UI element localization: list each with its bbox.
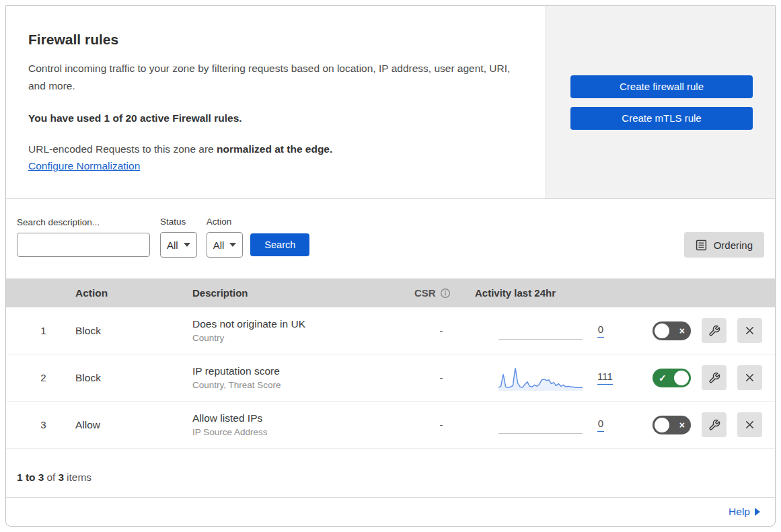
search-input-wrapper <box>17 233 150 257</box>
normalization-text: URL-encoded Requests to this zone are <box>28 143 214 155</box>
wrench-icon <box>708 325 720 337</box>
help-bar: Help <box>6 497 775 526</box>
rule-csr: - <box>408 325 475 336</box>
create-mtls-rule-button[interactable]: Create mTLS rule <box>570 107 753 130</box>
toggle-knob <box>655 324 669 338</box>
close-icon <box>744 372 755 383</box>
toggle-knob <box>655 418 669 432</box>
rule-index: 3 <box>6 419 70 430</box>
rule-activity-cell: 111 <box>475 365 640 391</box>
page-title: Firewall rules <box>28 32 519 48</box>
status-select[interactable]: All <box>160 232 197 258</box>
status-selected-value: All <box>167 239 178 251</box>
normalization-bold: normalized at the edge. <box>217 143 332 155</box>
delete-rule-button[interactable] <box>737 318 762 343</box>
table-header: Action Description CSR Activity last 24h… <box>6 278 775 307</box>
activity-sparkline <box>498 365 583 391</box>
delete-rule-button[interactable] <box>737 412 762 437</box>
rule-description: Allow listed IPs <box>192 412 408 424</box>
chevron-down-icon <box>184 243 190 247</box>
action-filter-group: Action All <box>207 217 244 258</box>
action-select[interactable]: All <box>207 232 244 258</box>
page-description: Control incoming traffic to your zone by… <box>28 60 519 96</box>
pagination-summary: 1 to 3 of 3 items <box>6 449 775 497</box>
rule-csr: - <box>408 419 475 430</box>
rule-controls: ✓ <box>640 365 775 390</box>
rule-enabled-toggle[interactable]: × <box>653 321 691 340</box>
status-filter-group: Status All <box>160 217 197 258</box>
edit-rule-button[interactable] <box>702 412 727 437</box>
rule-activity-cell: 0 <box>475 317 640 344</box>
rule-description-cell: IP reputation score Country, Threat Scor… <box>186 365 408 390</box>
rule-activity-cell: 0 <box>475 412 640 439</box>
search-label: Search description... <box>17 217 150 227</box>
rule-fields: IP Source Address <box>192 427 408 437</box>
activity-count-link[interactable]: 0 <box>597 418 604 432</box>
header-section: Firewall rules Control incoming traffic … <box>6 6 775 199</box>
create-firewall-rule-button[interactable]: Create firewall rule <box>570 75 753 98</box>
rule-csr: - <box>408 372 475 383</box>
rule-index: 2 <box>6 372 70 383</box>
rule-description-cell: Allow listed IPs IP Source Address <box>186 412 408 437</box>
ordering-label: Ordering <box>714 239 753 251</box>
rule-fields: Country, Threat Score <box>192 380 408 390</box>
close-icon <box>744 419 755 430</box>
ordering-button[interactable]: Ordering <box>684 232 764 258</box>
info-icon <box>440 288 451 299</box>
wrench-icon <box>708 372 720 384</box>
wrench-icon <box>708 419 720 431</box>
arrow-right-icon <box>755 508 760 516</box>
table-row: 2 Block IP reputation score Country, Thr… <box>6 354 775 402</box>
configure-normalization-link[interactable]: Configure Normalization <box>28 160 140 172</box>
filter-bar: Search description... Status All Action … <box>6 199 775 278</box>
rule-controls: × <box>640 318 775 343</box>
activity-sparkline <box>498 317 583 344</box>
rule-description-cell: Does not originate in UK Country <box>186 318 408 343</box>
action-label: Action <box>207 217 244 227</box>
close-icon <box>744 325 755 336</box>
status-label: Status <box>160 217 197 227</box>
rule-action: Block <box>70 325 186 337</box>
rule-description: Does not originate in UK <box>192 318 408 330</box>
delete-rule-button[interactable] <box>737 365 762 390</box>
activity-count-link[interactable]: 111 <box>597 371 613 385</box>
table-body: 1 Block Does not originate in UK Country… <box>6 307 775 449</box>
items-range: 1 to 3 <box>17 471 44 484</box>
search-input[interactable] <box>30 239 151 250</box>
activity-count-link[interactable]: 0 <box>597 324 604 338</box>
items-of: of <box>46 471 55 484</box>
actions-panel: Create firewall rule Create mTLS rule <box>546 6 775 198</box>
rule-enabled-toggle[interactable]: ✓ <box>653 369 691 387</box>
action-selected-value: All <box>213 239 225 251</box>
toggle-knob <box>674 371 689 385</box>
chevron-down-icon <box>229 243 236 247</box>
toggle-state-icon: ✓ <box>659 373 667 383</box>
column-activity: Activity last 24hr <box>475 287 640 299</box>
toggle-state-icon: × <box>679 420 685 430</box>
ordering-list-icon <box>696 239 707 251</box>
firewall-rules-panel: Firewall rules Control incoming traffic … <box>5 5 776 527</box>
help-link[interactable]: Help <box>729 506 760 518</box>
normalization-note: URL-encoded Requests to this zone are no… <box>28 143 519 155</box>
rule-fields: Country <box>192 333 408 343</box>
rule-action: Block <box>70 372 186 384</box>
header-text-block: Firewall rules Control incoming traffic … <box>6 6 546 198</box>
rule-index: 1 <box>6 325 70 336</box>
column-action: Action <box>70 287 186 299</box>
table-row: 1 Block Does not originate in UK Country… <box>6 307 775 354</box>
search-button[interactable]: Search <box>250 233 309 256</box>
toggle-state-icon: × <box>679 326 685 336</box>
items-total: 3 <box>58 471 64 484</box>
rule-enabled-toggle[interactable]: × <box>653 416 691 434</box>
activity-sparkline <box>498 412 583 439</box>
items-word: items <box>67 471 91 484</box>
rule-description: IP reputation score <box>192 365 408 377</box>
rule-controls: × <box>640 412 775 437</box>
edit-rule-button[interactable] <box>702 365 727 390</box>
column-description: Description <box>186 287 408 299</box>
help-label: Help <box>729 506 750 518</box>
edit-rule-button[interactable] <box>702 318 727 343</box>
rule-action: Allow <box>70 419 186 431</box>
usage-summary: You have used 1 of 20 active Firewall ru… <box>28 112 519 124</box>
search-group: Search description... <box>17 217 150 258</box>
